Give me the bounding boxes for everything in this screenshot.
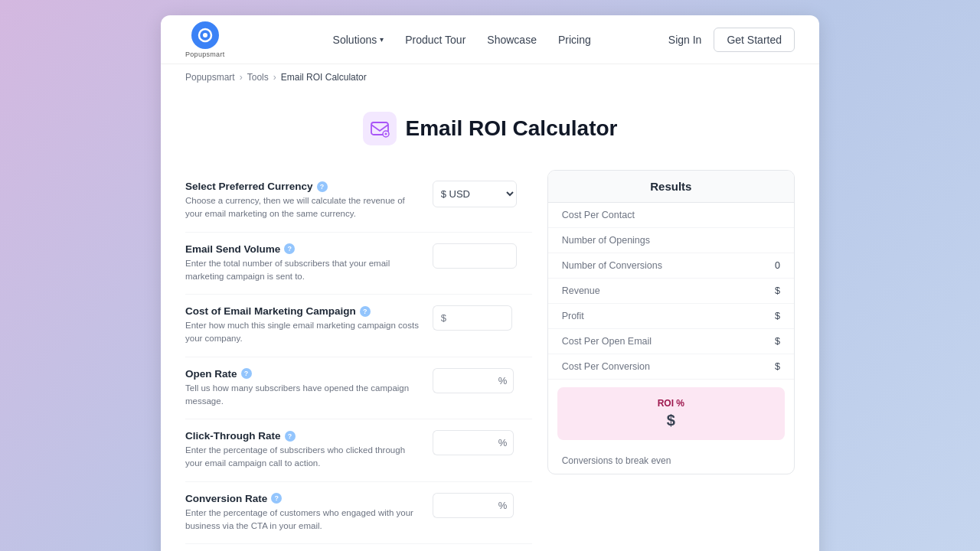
field-ctr-label: Click-Through Rate ? <box>185 430 423 442</box>
send-volume-hint-icon[interactable]: ? <box>284 243 295 254</box>
result-cost-per-conversion-label: Cost Per Conversion <box>562 361 650 372</box>
signin-link[interactable]: Sign In <box>668 34 702 46</box>
percent-suffix-ctr: % <box>495 430 514 455</box>
currency-select[interactable]: $ USD € EUR £ GBP ¥ JPY <box>433 181 516 207</box>
field-campaign-cost-desc: Enter how much this single email marketi… <box>185 319 423 346</box>
breadcrumb-current: Email ROI Calculator <box>281 72 367 83</box>
field-open-rate-desc: Tell us how many subscribers have opened… <box>185 382 423 409</box>
result-num-conversions: Number of Conversions 0 <box>548 253 794 279</box>
result-revenue-label: Revenue <box>562 285 600 296</box>
results-section: Results Cost Per Contact Number of Openi… <box>547 170 795 551</box>
field-campaign-cost: Cost of Email Marketing Campaign ? Enter… <box>185 295 532 357</box>
breadcrumb: Popupsmart › Tools › Email ROI Calculato… <box>161 64 819 90</box>
field-conversion-rate-labels: Conversion Rate ? Enter the percentage o… <box>185 493 423 533</box>
result-num-openings: Number of Openings <box>548 228 794 253</box>
breadcrumb-sep-2: › <box>273 72 276 83</box>
conversion-rate-hint-icon[interactable]: ? <box>271 493 282 504</box>
result-profit-label: Profit <box>562 311 584 321</box>
results-header: Results <box>548 171 794 203</box>
chevron-down-icon: ▾ <box>380 35 384 44</box>
svg-point-1 <box>203 33 207 37</box>
result-cost-per-conversion: Cost Per Conversion $ <box>548 354 794 380</box>
result-profit: Profit $ <box>548 304 794 329</box>
result-num-conversions-label: Number of Conversions <box>562 260 662 271</box>
result-num-openings-label: Number of Openings <box>562 235 650 246</box>
conversion-rate-input[interactable] <box>433 493 495 518</box>
field-ctr: Click-Through Rate ? Enter the percentag… <box>185 419 532 482</box>
result-cost-per-contact: Cost Per Contact <box>548 203 794 228</box>
roi-value: $ <box>567 412 776 429</box>
logo-text: Popupsmart <box>185 51 225 58</box>
dollar-prefix: $ <box>433 305 451 331</box>
nav-solutions[interactable]: Solutions ▾ <box>333 34 384 46</box>
field-campaign-cost-label: Cost of Email Marketing Campaign ? <box>185 305 423 317</box>
field-open-rate-label: Open Rate ? <box>185 368 423 380</box>
result-revenue-value: $ <box>775 285 780 296</box>
nav-showcase[interactable]: Showcase <box>487 34 537 46</box>
breadcrumb-home[interactable]: Popupsmart <box>185 72 235 83</box>
field-conversion-rate: Conversion Rate ? Enter the percentage o… <box>185 482 532 545</box>
ctr-input-wrap: % <box>433 430 532 455</box>
nav-links: Solutions ▾ Product Tour Showcase Pricin… <box>256 34 668 46</box>
breadcrumb-tools[interactable]: Tools <box>247 72 269 83</box>
currency-hint-icon[interactable]: ? <box>317 181 328 192</box>
result-cost-per-open-value: $ <box>775 336 780 347</box>
field-currency-labels: Select Preferred Currency ? Choose a cur… <box>185 181 423 221</box>
roi-box: ROI % $ <box>557 387 785 440</box>
breadcrumb-sep-1: › <box>240 72 243 83</box>
hero-title-row: Email ROI Calculator <box>363 112 618 145</box>
page-title: Email ROI Calculator <box>406 116 618 141</box>
campaign-cost-input-wrap: $ <box>433 305 532 331</box>
ctr-hint-icon[interactable]: ? <box>285 431 296 442</box>
open-rate-input[interactable] <box>433 368 495 393</box>
field-currency-desc: Choose a currency, then we will calculat… <box>185 194 423 221</box>
field-send-volume: Email Send Volume ? Enter the total numb… <box>185 233 532 295</box>
navbar: Popupsmart Solutions ▾ Product Tour Show… <box>161 15 819 64</box>
nav-pricing[interactable]: Pricing <box>558 34 591 46</box>
field-currency-label: Select Preferred Currency ? <box>185 181 423 192</box>
percent-suffix-conv: % <box>495 493 514 518</box>
main-content: Select Preferred Currency ? Choose a cur… <box>161 161 819 551</box>
result-num-conversions-value: 0 <box>775 260 780 271</box>
field-send-volume-desc: Enter the total number of subscribers th… <box>185 257 423 284</box>
nav-product-tour[interactable]: Product Tour <box>405 34 466 46</box>
result-cost-per-conversion-value: $ <box>775 361 780 372</box>
get-started-button[interactable]: Get Started <box>714 28 795 52</box>
field-conversion-rate-label: Conversion Rate ? <box>185 493 423 504</box>
campaign-cost-input[interactable] <box>451 305 512 331</box>
field-ctr-labels: Click-Through Rate ? Enter the percentag… <box>185 430 423 471</box>
page-container: Popupsmart Solutions ▾ Product Tour Show… <box>161 15 819 551</box>
result-revenue: Revenue $ <box>548 279 794 304</box>
currency-select-wrap: $ USD € EUR £ GBP ¥ JPY <box>433 181 517 207</box>
send-volume-input[interactable] <box>433 243 517 269</box>
field-avg-value: Average Value of a conversion ? Show how… <box>185 544 532 551</box>
field-open-rate: Open Rate ? Tell us how many subscribers… <box>185 357 532 420</box>
hero-icon <box>363 112 397 145</box>
ctr-input[interactable] <box>433 430 495 455</box>
field-currency: Select Preferred Currency ? Choose a cur… <box>185 170 532 233</box>
hero-section: Email ROI Calculator <box>161 90 819 161</box>
field-send-volume-labels: Email Send Volume ? Enter the total numb… <box>185 243 423 284</box>
field-conversion-rate-desc: Enter the percentage of customers who en… <box>185 507 423 533</box>
percent-suffix-open: % <box>495 368 514 393</box>
field-open-rate-labels: Open Rate ? Tell us how many subscribers… <box>185 368 423 409</box>
open-rate-input-wrap: % <box>433 368 532 393</box>
result-cost-per-contact-label: Cost Per Contact <box>562 210 635 220</box>
result-cost-per-open: Cost Per Open Email $ <box>548 329 794 354</box>
field-campaign-cost-labels: Cost of Email Marketing Campaign ? Enter… <box>185 305 423 346</box>
logo-icon <box>191 21 219 49</box>
result-cost-per-open-label: Cost Per Open Email <box>562 336 652 347</box>
nav-actions: Sign In Get Started <box>668 28 795 52</box>
logo-link[interactable]: Popupsmart <box>185 21 225 58</box>
conversions-break-even: Conversions to break even <box>548 448 794 474</box>
currency-input-wrap: $ USD € EUR £ GBP ¥ JPY <box>433 181 532 207</box>
results-card: Results Cost Per Contact Number of Openi… <box>547 170 795 474</box>
campaign-cost-hint-icon[interactable]: ? <box>360 306 371 317</box>
conversion-rate-input-wrap: % <box>433 493 532 518</box>
open-rate-hint-icon[interactable]: ? <box>241 368 252 379</box>
result-profit-value: $ <box>775 311 780 321</box>
field-send-volume-label: Email Send Volume ? <box>185 243 423 255</box>
roi-label: ROI % <box>567 398 776 409</box>
calculator-form: Select Preferred Currency ? Choose a cur… <box>185 170 532 551</box>
send-volume-input-wrap <box>433 243 532 269</box>
